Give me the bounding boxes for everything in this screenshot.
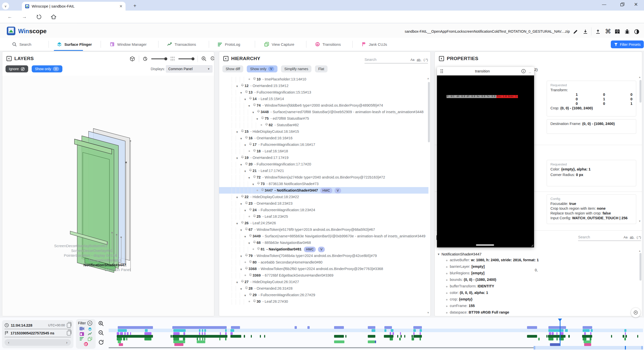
forward-icon[interactable]: → [20, 13, 29, 21]
hierarchy-node-27[interactable]: ▼27 - HideDisplayCutout:26:31#27 [219, 279, 428, 285]
hierarchy-node-74[interactable]: ▼74 - WindowToken{fdddbe6 type=2000 andr… [219, 102, 428, 109]
timeline-segment-surface-flinger[interactable] [225, 329, 227, 332]
hierarchy-node-3449[interactable]: ▼3449 - Surface(name=885b63e NavigationB… [219, 233, 428, 239]
tab-view-capture[interactable]: View Capture [264, 38, 294, 51]
edit-trace-pencil-icon[interactable] [573, 29, 578, 34]
match-word-icon[interactable]: ab, [630, 235, 634, 239]
scroll-up-arrow-icon[interactable]: ▲ [638, 76, 641, 78]
hierarchy-node-24[interactable]: ▼24 - FullscreenMagnification:18:23#24 [219, 207, 428, 213]
transition-window-titlebar[interactable]: transition _ [437, 67, 534, 75]
timeline-segment-transactions[interactable] [172, 335, 227, 338]
tab-search[interactable]: Search [12, 38, 31, 51]
hierarchy-node-68[interactable]: ▼68 - 885b63e NavigationBar0#68 [219, 239, 428, 246]
timeline-segment-window-manager[interactable] [199, 332, 200, 335]
timeline-segment-window-manager[interactable] [127, 332, 128, 335]
timeline-segment-screen-recording[interactable] [548, 326, 566, 329]
window-minimize-icon[interactable]: — [602, 2, 606, 7]
drag-handle-icon[interactable] [440, 69, 444, 74]
layers-3d-canvas[interactable]: ScreenDecorOverlayBottom#61ScreenDecorOv… [2, 76, 214, 316]
tab-transactions[interactable]: Transactions [167, 38, 196, 51]
timeline-segment-view-capture[interactable] [334, 340, 344, 343]
pin-icon[interactable] [240, 221, 245, 224]
timeline-segment-window-manager[interactable] [124, 332, 126, 335]
scroll-up-arrow-icon[interactable]: ▲ [427, 77, 429, 80]
timeline-segment-view-capture[interactable] [173, 340, 185, 343]
timeline-segment-surface-flinger[interactable] [199, 329, 200, 332]
hierarchy-node-29[interactable]: ▼29 - FullscreenMagnification:26:27#29 [219, 292, 428, 298]
info-icon[interactable] [521, 69, 526, 73]
view-capture-trace-icon[interactable] [88, 337, 92, 341]
hierarchy-node-12[interactable]: ▼12 - OneHanded:15:15#12 [219, 82, 428, 89]
timeline-segment-protolog[interactable] [199, 338, 200, 340]
pin-icon[interactable] [244, 90, 249, 94]
3d-view-cube-icon[interactable] [129, 56, 135, 62]
scroll-down-arrow-icon[interactable]: ▼ [638, 220, 641, 223]
timeline-zoom-in-icon[interactable] [98, 321, 104, 327]
filter-presets-button[interactable]: Filter Presets [611, 40, 644, 48]
timeline-segment-surface-flinger[interactable] [391, 329, 393, 332]
timeline-segment-window-manager[interactable] [556, 332, 557, 335]
timeline-segment-transactions[interactable] [404, 335, 405, 338]
hierarchy-node-80[interactable]: 80 - ace6abb SecondaryHomeHandle0#80 [219, 259, 428, 266]
timeline-segment-protolog[interactable] [225, 338, 226, 340]
timeline-segment-transactions[interactable] [264, 335, 265, 338]
hierarchy-node-75[interactable]: ▼75 - ed70f88 StatusBar#75 [219, 115, 428, 122]
timeline-segment-protolog[interactable] [390, 338, 393, 340]
next-frame-icon[interactable]: › [66, 340, 67, 344]
scroll-down-arrow-icon[interactable]: ▼ [427, 311, 429, 314]
hierarchy-node-21[interactable]: ▼21 - Leaf:17:17#21 [219, 167, 428, 174]
tab-transitions[interactable]: Transitions [315, 38, 341, 51]
collapse-panel-icon[interactable] [439, 56, 444, 61]
property-row[interactable]: barrierLayer:[empty] [435, 264, 641, 270]
surface-flinger-trace-icon[interactable] [88, 327, 92, 331]
hierarchy-node-23[interactable]: ▼23 - OneHanded:18:23#23 [219, 200, 428, 207]
pin-icon[interactable] [256, 109, 261, 113]
timeline-segment-view-capture[interactable] [584, 340, 591, 343]
timeline-segment-window-manager[interactable] [144, 332, 151, 335]
timeline-zoom-out-icon[interactable] [98, 330, 104, 336]
transition-screenshot-window[interactable]: transition _ P: 0/1dX: 0.0dY: 0.0Xv: 0.0… [437, 67, 534, 247]
keyboard-shortcuts-icon[interactable]: ⌘ [605, 28, 611, 35]
tab-protolog[interactable]: ProtoLog [217, 38, 240, 51]
pin-icon[interactable] [240, 279, 245, 283]
pin-icon[interactable] [248, 273, 253, 277]
timeline-segment-protolog[interactable] [556, 338, 558, 340]
pin-icon[interactable] [252, 240, 257, 244]
pin-icon[interactable] [248, 292, 253, 296]
timeline-segment-view-capture[interactable] [368, 340, 375, 343]
timeline-segment-window-manager[interactable] [552, 332, 554, 335]
browser-tab[interactable]: Winscope | sandbox-FAIL ✕ [22, 2, 126, 11]
timeline-segment-transactions[interactable] [244, 335, 245, 338]
timeline-segment-protolog[interactable] [173, 338, 179, 340]
timeline-segment-protolog[interactable] [548, 338, 553, 340]
timeline-segment-window-manager[interactable] [225, 332, 227, 335]
back-icon[interactable]: ← [6, 13, 14, 21]
copy-time-icon[interactable] [67, 323, 71, 328]
dark-mode-toggle-icon[interactable] [634, 29, 639, 34]
resize-handle-icon[interactable] [531, 244, 534, 247]
visible-range-strip[interactable] [534, 346, 643, 349]
timeline-segment-transactions[interactable] [582, 335, 592, 338]
report-bug-icon[interactable] [624, 29, 630, 34]
timeline-segment-protolog[interactable] [538, 338, 540, 340]
timeline-segment-transactions[interactable] [412, 335, 413, 338]
timeline-segment-protolog[interactable] [126, 338, 127, 340]
timeline-segment-transactions[interactable] [546, 335, 547, 338]
scroll-up-arrow-icon[interactable]: ▲ [638, 249, 641, 252]
hierarchy-node-25[interactable]: 25 - Leaf:18:23#25 [219, 213, 428, 220]
simplify-names-chip[interactable]: Simplify names [281, 65, 311, 72]
timeline-segment-window-manager[interactable] [590, 332, 591, 335]
timeline-segment-transactions[interactable] [230, 335, 241, 338]
timeline-segment-screen-recording[interactable] [413, 326, 422, 329]
range-handle-right[interactable] [641, 346, 643, 349]
pin-icon[interactable] [252, 103, 257, 107]
timeline-segment-surface-flinger[interactable] [202, 329, 203, 332]
layer-label[interactable]: Common Panel [2, 268, 131, 272]
timeline-segment-transitions[interactable] [584, 343, 591, 346]
timeline-segment-surface-flinger[interactable] [204, 329, 206, 332]
timeline-segment-view-capture[interactable] [118, 340, 121, 343]
window-close-icon[interactable]: ✕ [634, 2, 638, 7]
timeline-segment-protolog[interactable] [420, 338, 421, 340]
timeline-segment-transitions[interactable] [550, 343, 559, 346]
pin-icon[interactable] [256, 247, 261, 250]
